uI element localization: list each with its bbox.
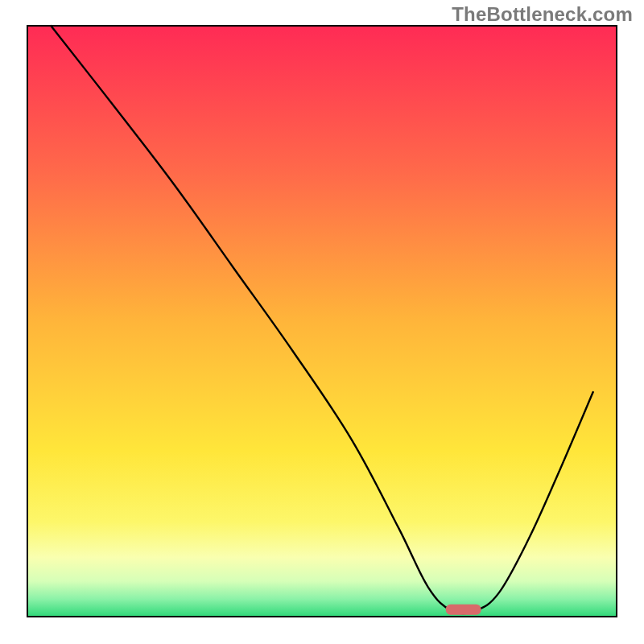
bottleneck-chart [0, 0, 644, 644]
optimum-marker [446, 605, 481, 615]
watermark-text: TheBottleneck.com [452, 3, 633, 26]
plot-background [27, 26, 617, 617]
chart-container: TheBottleneck.com [0, 0, 644, 644]
